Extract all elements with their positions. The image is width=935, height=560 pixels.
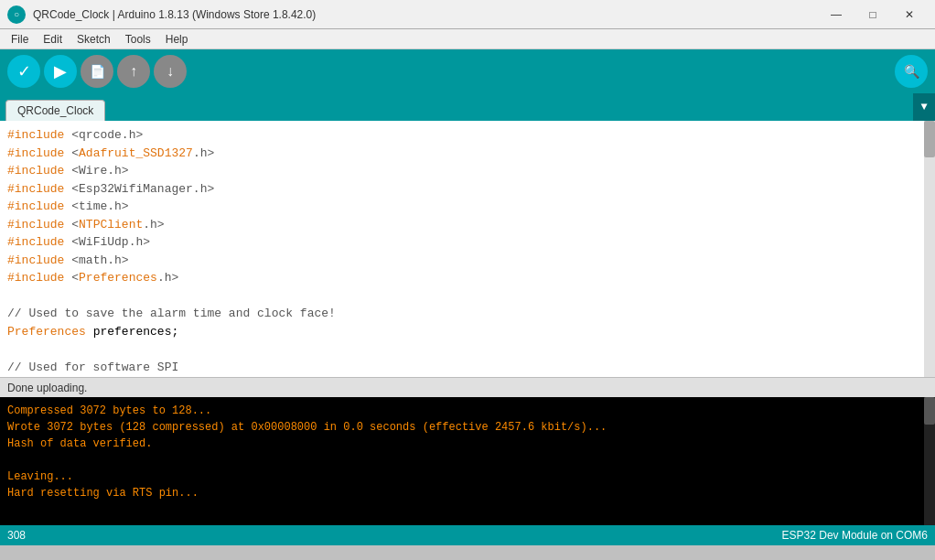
- code-line-8: #include <math.h>: [7, 252, 928, 270]
- window-title: QRCode_Clock | Arduino 1.8.13 (Windows S…: [33, 8, 818, 21]
- code-line-4: #include <Esp32WifiManager.h>: [7, 180, 928, 199]
- close-button[interactable]: ✕: [891, 0, 928, 29]
- minimize-button[interactable]: —: [818, 0, 854, 29]
- maximize-button[interactable]: □: [854, 0, 891, 29]
- menu-tools[interactable]: Tools: [118, 31, 158, 48]
- code-line-5: #include <time.h>: [7, 198, 928, 216]
- code-line-6: #include <NTPClient.h>: [7, 216, 928, 234]
- toolbar-right: 🔍: [893, 55, 930, 88]
- tab-dropdown-button[interactable]: ▼: [913, 93, 935, 121]
- console-line-6: Hard resetting via RTS pin...: [7, 485, 928, 501]
- bottom-status-bar: 308 ESP32 Dev Module on COM6: [0, 525, 935, 545]
- upload-button[interactable]: ▶: [44, 55, 77, 88]
- code-line-2: #include <Adafruit_SSD1327.h>: [7, 145, 928, 163]
- console-line-2: Wrote 3072 bytes (128 compressed) at 0x0…: [7, 419, 928, 436]
- title-bar: ○ QRCode_Clock | Arduino 1.8.13 (Windows…: [0, 0, 935, 29]
- menu-bar: File Edit Sketch Tools Help: [0, 29, 935, 49]
- menu-help[interactable]: Help: [158, 31, 196, 48]
- menu-sketch[interactable]: Sketch: [70, 31, 118, 48]
- code-line-9: #include <Preferences.h>: [7, 269, 928, 287]
- console-line-1: Compressed 3072 bytes to 128...: [7, 403, 928, 419]
- console-line-3: Hash of data verified.: [7, 436, 928, 452]
- code-line-3: #include <Wire.h>: [7, 162, 928, 180]
- board-info: ESP32 Dev Module on COM6: [782, 529, 928, 542]
- upload-status-text: Done uploading.: [7, 382, 87, 394]
- toolbar: ✓ ▶ 📄 ↑ ↓ 🔍: [0, 49, 935, 93]
- code-line-13: [7, 340, 928, 359]
- tab-label: QRCode_Clock: [17, 104, 93, 117]
- code-line-14: // Used for software SPI: [7, 359, 928, 377]
- code-line-1: #include <qrcode.h>: [7, 126, 928, 145]
- line-number: 308: [7, 529, 26, 542]
- console-output: Compressed 3072 bytes to 128... Wrote 30…: [0, 397, 935, 525]
- logo-text: ○: [14, 9, 19, 19]
- menu-file[interactable]: File: [4, 31, 36, 48]
- menu-edit[interactable]: Edit: [36, 31, 70, 48]
- tab-bar: QRCode_Clock ▼: [0, 93, 935, 121]
- code-line-12: Preferences preferences;: [7, 323, 928, 341]
- chevron-down-icon: ▼: [920, 101, 927, 113]
- console-scrollbar[interactable]: [924, 397, 935, 525]
- code-line-7: #include <WiFiUdp.h>: [7, 233, 928, 252]
- code-line-15: // ...: [7, 376, 928, 377]
- editor-scrollbar-thumb[interactable]: [924, 121, 935, 157]
- console-line-4: [7, 452, 928, 468]
- console-scrollbar-thumb[interactable]: [924, 397, 935, 425]
- console-line-5: Leaving...: [7, 468, 928, 485]
- code-line-10: [7, 287, 928, 306]
- new-button[interactable]: 📄: [81, 55, 113, 88]
- upload-status-bar: Done uploading.: [0, 377, 935, 397]
- code-editor[interactable]: #include <qrcode.h> #include <Adafruit_S…: [0, 121, 935, 377]
- open-button[interactable]: ↑: [117, 55, 150, 88]
- verify-button[interactable]: ✓: [7, 55, 40, 88]
- save-button[interactable]: ↓: [154, 55, 187, 88]
- tab-qrcode-clock[interactable]: QRCode_Clock: [5, 100, 105, 121]
- app-logo: ○: [7, 5, 26, 24]
- window-controls: — □ ✕: [818, 0, 928, 29]
- code-line-11: // Used to save the alarm time and clock…: [7, 305, 928, 323]
- editor-scrollbar[interactable]: [924, 121, 935, 377]
- search-button[interactable]: 🔍: [895, 55, 928, 88]
